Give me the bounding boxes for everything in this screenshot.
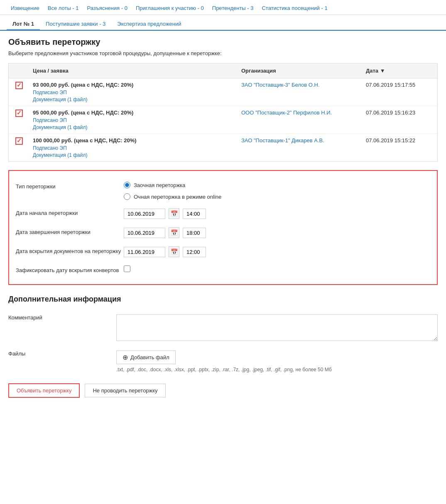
action-row: Объявить переторжку Не проводить перетор… — [8, 377, 438, 404]
end-date-label: Дата завершения переторжки — [16, 227, 124, 235]
page-subtitle: Выберите предложения участников торговой… — [8, 50, 438, 56]
add-file-label: Добавить файл — [130, 354, 169, 360]
row2-price-cell: 95 000,00 руб. (цена с НДС, НДС: 20%) По… — [29, 106, 238, 134]
row3-date: 07.06.2019 15:15:22 — [363, 134, 437, 161]
row1-docs[interactable]: Документация (1 файл) — [33, 97, 235, 102]
nav-pretendenty[interactable]: Претенденты - 3 — [208, 3, 258, 15]
nav-izveschenie[interactable]: Извещение — [7, 3, 44, 15]
col-price: Цена / заявка — [29, 66, 238, 75]
file-hint: .txt, .pdf, .doc, .docx, .xls, .xlsx, .p… — [116, 367, 332, 373]
tab-applications[interactable]: Поступившие заявки - 3 — [40, 18, 111, 30]
row1-price: 93 000,00 руб. (цена с НДС, НДС: 20%) — [33, 82, 235, 88]
row1-signed[interactable]: Подписано ЭП — [33, 90, 235, 95]
row2-org-cell: ООО "Поставщик-2" Перфилов Н.И. — [238, 106, 363, 134]
announce-button[interactable]: Объявить переторжку — [8, 383, 80, 398]
files-label: Файлы — [8, 351, 116, 357]
open-date-control: 📅 — [124, 246, 430, 257]
nav-priglashenia[interactable]: Приглашения к участию - 0 — [132, 3, 208, 15]
start-date-input[interactable] — [124, 209, 165, 219]
row3-price-cell: 100 000,00 руб. (цена с НДС, НДС: 20%) П… — [29, 134, 238, 161]
fix-row: Зафиксировать дату вскрытия конвертов — [16, 261, 430, 278]
row2-org[interactable]: ООО "Поставщик-2" Перфилов Н.И. — [241, 110, 332, 116]
col-date[interactable]: Дата ▼ — [363, 66, 437, 75]
radio-zao4naya[interactable]: Заочная переторжка — [124, 182, 430, 188]
type-row: Тип переторжки Заочная переторжка Очная … — [16, 178, 430, 204]
radio-zao4naya-input[interactable] — [124, 182, 130, 188]
radio-ochnaya-label: Очная переторжка в режиме online — [134, 194, 221, 200]
type-label: Тип переторжки — [16, 182, 124, 190]
page-title: Объявить переторжку — [8, 37, 438, 47]
table-row: 95 000,00 руб. (цена с НДС, НДС: 20%) По… — [9, 106, 437, 134]
row2-checkbox[interactable] — [15, 110, 23, 117]
tab-expertise[interactable]: Экспертиза предложений — [111, 18, 187, 30]
comment-label: Комментарий — [8, 314, 116, 321]
row2-signed[interactable]: Подписано ЭП — [33, 117, 235, 123]
nav-lots[interactable]: Все лоты - 1 — [44, 3, 83, 15]
start-date-calendar-icon[interactable]: 📅 — [169, 208, 179, 219]
row2-price: 95 000,00 руб. (цена с НДС, НДС: 20%) — [33, 110, 235, 116]
row2-check-cell — [9, 106, 29, 134]
tab-lot1[interactable]: Лот № 1 — [7, 18, 40, 31]
retorgi-form: Тип переторжки Заочная переторжка Очная … — [8, 170, 438, 285]
open-date-row: Дата вскрытия документов на переторжку 📅 — [16, 242, 430, 261]
comment-textarea[interactable] — [116, 314, 438, 341]
row1-check-cell — [9, 78, 29, 106]
table-row: 93 000,00 руб. (цена с НДС, НДС: 20%) По… — [9, 78, 437, 106]
end-time-input[interactable] — [183, 228, 206, 238]
end-date-calendar-icon[interactable]: 📅 — [169, 227, 179, 238]
add-file-button[interactable]: ⊕ Добавить файл — [116, 351, 176, 364]
row3-checkbox[interactable] — [15, 137, 23, 145]
row3-org[interactable]: ЗАО "Поставщик-1" Дикарев А.В. — [241, 137, 324, 144]
proposals-table: Цена / заявка Организация Дата ▼ 93 000,… — [8, 63, 438, 162]
col-org: Организация — [238, 66, 363, 75]
open-time-input[interactable] — [183, 247, 206, 257]
start-date-control: 📅 — [124, 208, 430, 219]
table-header: Цена / заявка Организация Дата ▼ — [9, 63, 437, 78]
col-check — [9, 66, 29, 75]
radio-ochnaya[interactable]: Очная переторжка в режиме online — [124, 193, 430, 200]
radio-group: Заочная переторжка Очная переторжка в ре… — [124, 182, 430, 200]
end-date-input[interactable] — [124, 228, 165, 238]
plus-icon: ⊕ — [123, 353, 128, 361]
additional-title: Дополнительная информация — [8, 295, 438, 304]
main-content: Объявить переторжку Выберите предложения… — [0, 31, 446, 411]
fix-control — [124, 265, 430, 272]
nav-statistika[interactable]: Статистика посещений - 1 — [257, 3, 331, 15]
open-date-label: Дата вскрытия документов на переторжку — [16, 246, 124, 254]
open-date-calendar-icon[interactable]: 📅 — [169, 246, 179, 257]
row1-checkbox[interactable] — [15, 82, 23, 89]
top-navigation: Извещение Все лоты - 1 Разъяснения - 0 П… — [0, 0, 446, 15]
cancel-button[interactable]: Не проводить переторжку — [85, 384, 165, 397]
fix-checkbox[interactable] — [124, 265, 130, 272]
start-date-label: Дата начала переторжки — [16, 208, 124, 216]
lot-tabs: Лот № 1 Поступившие заявки - 3 Экспертиз… — [0, 18, 446, 31]
comment-control — [116, 314, 438, 342]
start-date-row: Дата начала переторжки 📅 — [16, 204, 430, 223]
radio-zao4naya-label: Заочная переторжка — [134, 182, 185, 188]
files-control: ⊕ Добавить файл .txt, .pdf, .doc, .docx,… — [116, 351, 332, 373]
open-date-input[interactable] — [124, 247, 165, 257]
row3-check-cell — [9, 134, 29, 161]
type-control: Заочная переторжка Очная переторжка в ре… — [124, 182, 430, 200]
row1-org-cell: ЗАО "Поставщик-3" Белов О.Н. — [238, 78, 363, 106]
end-date-control: 📅 — [124, 227, 430, 238]
row3-price: 100 000,00 руб. (цена с НДС, НДС: 20%) — [33, 137, 235, 144]
row1-price-cell: 93 000,00 руб. (цена с НДС, НДС: 20%) По… — [29, 78, 238, 106]
comment-row: Комментарий — [8, 310, 438, 346]
row1-date: 07.06.2019 15:17:55 — [363, 78, 437, 106]
table-row: 100 000,00 руб. (цена с НДС, НДС: 20%) П… — [9, 134, 437, 161]
nav-razjasnenia[interactable]: Разъяснения - 0 — [83, 3, 132, 15]
end-date-row: Дата завершения переторжки 📅 — [16, 223, 430, 242]
start-time-input[interactable] — [183, 209, 206, 219]
fix-label: Зафиксировать дату вскрытия конвертов — [16, 265, 124, 273]
row3-docs[interactable]: Документация (1 файл) — [33, 152, 235, 158]
row3-org-cell: ЗАО "Поставщик-1" Дикарев А.В. — [238, 134, 363, 161]
row1-org[interactable]: ЗАО "Поставщик-3" Белов О.Н. — [241, 82, 320, 88]
row2-docs[interactable]: Документация (1 файл) — [33, 124, 235, 130]
row3-signed[interactable]: Подписано ЭП — [33, 145, 235, 151]
files-row: Файлы ⊕ Добавить файл .txt, .pdf, .doc, … — [8, 346, 438, 377]
radio-ochnaya-input[interactable] — [124, 193, 130, 200]
row2-date: 07.06.2019 15:16:23 — [363, 106, 437, 134]
